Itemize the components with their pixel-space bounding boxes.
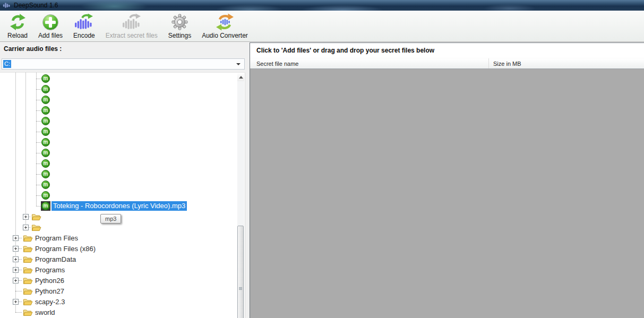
folder-icon	[23, 234, 33, 242]
reload-icon	[9, 13, 27, 31]
window-title: DeepSound 1.6	[14, 2, 58, 9]
tree-row-folder-programdata[interactable]: ProgramData	[0, 254, 237, 264]
chevron-down-icon[interactable]	[236, 63, 241, 65]
tree-row-folder-scapy-2-3[interactable]: scapy-2.3	[0, 296, 237, 307]
scroll-up-button[interactable]	[237, 73, 244, 81]
tree-row-mp3[interactable]: m	[0, 84, 237, 94]
toolbar-button-encode[interactable]: Encode	[68, 13, 100, 40]
expand-plus-button[interactable]	[13, 246, 19, 252]
toolbar-button-reload[interactable]: Reload	[2, 13, 33, 40]
tree-row-folder[interactable]	[0, 222, 237, 233]
mp3-file-icon: m	[41, 159, 50, 168]
tree-row-mp3-toteking-robocordones-lyric-video-mp3[interactable]: mToteking - Robocordones (Lyric Video).m…	[0, 201, 237, 211]
toolbar-button-label: Reload	[7, 32, 28, 39]
tree-connector	[36, 110, 41, 111]
extract-secret-files-icon	[122, 13, 141, 31]
mp3-file-icon: m	[41, 106, 50, 115]
toolbar-button-label: Add files	[38, 32, 63, 39]
tree-connector	[15, 291, 22, 291]
tree-item-label: Programs	[35, 266, 65, 274]
tree-connector	[19, 259, 22, 260]
folder-icon	[23, 277, 33, 285]
tree-connector	[36, 142, 41, 143]
title-bar[interactable]: DeepSound 1.6	[0, 0, 644, 11]
mp3-file-icon: m	[41, 116, 50, 126]
drive-combobox-value: C:	[3, 60, 11, 68]
folder-icon	[23, 255, 33, 263]
tree-row-mp3[interactable]: m	[0, 94, 237, 105]
tree-scrollbar[interactable]	[237, 73, 244, 318]
mp3-file-icon: m	[41, 95, 50, 105]
tree-row-folder-python27[interactable]: Python27	[0, 286, 237, 296]
expand-plus-button[interactable]	[13, 235, 19, 241]
tree-row-mp3[interactable]: m	[0, 73, 237, 84]
tree-item-label: scapy-2.3	[35, 298, 65, 306]
folder-icon	[23, 245, 33, 253]
expand-plus-button[interactable]	[13, 256, 19, 262]
mp3-file-icon: m	[41, 137, 50, 147]
toolbar-button-add-files[interactable]: Add files	[33, 13, 68, 40]
tree-row-folder-program-files[interactable]: Program Files	[0, 233, 237, 243]
tree-row-mp3[interactable]: m	[0, 148, 237, 158]
tree-row-mp3[interactable]: m	[0, 190, 237, 201]
expand-plus-button[interactable]	[13, 299, 19, 305]
toolbar-button-audio-converter[interactable]: Audio Converter	[196, 13, 253, 40]
column-header-secret-file-name[interactable]: Secret file name	[250, 58, 489, 68]
tree-item-label: Program Files (x86)	[35, 245, 96, 253]
settings-icon	[171, 13, 188, 31]
drop-zone-header: Click to 'Add files' or drag and drop yo…	[250, 43, 644, 58]
tree-connector	[36, 89, 41, 90]
tree-connector	[36, 132, 41, 132]
tree-row-mp3[interactable]: m	[0, 126, 237, 137]
tree-row-folder-program-files-x86[interactable]: Program Files (x86)	[0, 243, 237, 254]
tree-scrollbar-thumb[interactable]	[237, 226, 244, 318]
tree-connector	[29, 227, 30, 228]
expand-plus-button[interactable]	[13, 278, 19, 283]
panel-divider	[245, 42, 250, 318]
tree-row-mp3[interactable]: m	[0, 179, 237, 190]
tree-connector	[36, 164, 41, 164]
tree-row-mp3[interactable]: m	[0, 158, 237, 169]
tree-item-label: Toteking - Robocordones (Lyric Video).mp…	[51, 201, 187, 211]
carrier-audio-files-label: Carrier audio files :	[4, 45, 62, 53]
tree-row-mp3[interactable]: m	[0, 137, 237, 148]
mp3-file-icon: m	[41, 180, 50, 190]
mp3-file-icon: m	[41, 148, 50, 158]
tree-connector	[19, 270, 22, 270]
secret-files-drop-zone[interactable]	[250, 69, 644, 318]
mp3-file-icon: m	[41, 169, 50, 179]
toolbar-button-extract: Extract secret files	[100, 13, 163, 40]
folder-tree[interactable]: mmmmmmmmmmmmmToteking - Robocordones (Ly…	[0, 72, 245, 318]
carrier-files-panel: Carrier audio files : C: mmmmmmmmmmmmmTo…	[0, 42, 245, 318]
expand-plus-button[interactable]	[23, 225, 29, 230]
tree-connector	[19, 302, 22, 302]
audio-converter-icon	[216, 13, 234, 31]
folder-icon	[31, 213, 41, 221]
mp3-file-icon: m	[41, 191, 50, 200]
expand-plus-button[interactable]	[23, 214, 29, 220]
tree-connector	[19, 280, 22, 281]
tree-row-folder-sworld[interactable]: sworld	[0, 307, 237, 317]
folder-icon	[23, 298, 33, 306]
app-icon	[3, 2, 11, 9]
encode-icon	[74, 13, 93, 31]
tree-connector	[36, 185, 41, 185]
drive-combobox[interactable]: C:	[2, 58, 245, 70]
column-header-size-in-mb[interactable]: Size in MB	[489, 61, 521, 67]
tree-row-mp3[interactable]: m	[0, 105, 237, 116]
tree-row-folder-programs[interactable]: Programs	[0, 264, 237, 275]
folder-icon	[23, 287, 33, 295]
toolbar-button-label: Audio Converter	[202, 32, 248, 39]
main-area: Carrier audio files : C: mmmmmmmmmmmmmTo…	[0, 42, 644, 318]
expand-plus-button[interactable]	[13, 267, 19, 273]
toolbar-button-settings[interactable]: Settings	[163, 13, 196, 40]
mp3-file-icon: m	[41, 74, 50, 83]
tree-item-label: Python26	[35, 277, 64, 285]
tree-row-mp3[interactable]: m	[0, 116, 237, 126]
mp3-file-icon: m	[41, 127, 50, 136]
tree-row-folder-python26[interactable]: Python26	[0, 275, 237, 286]
mp3-tooltip: mp3	[100, 214, 121, 224]
arrow-up-icon	[239, 76, 243, 79]
mp3-file-icon: m	[41, 84, 50, 94]
tree-row-mp3[interactable]: m	[0, 169, 237, 179]
